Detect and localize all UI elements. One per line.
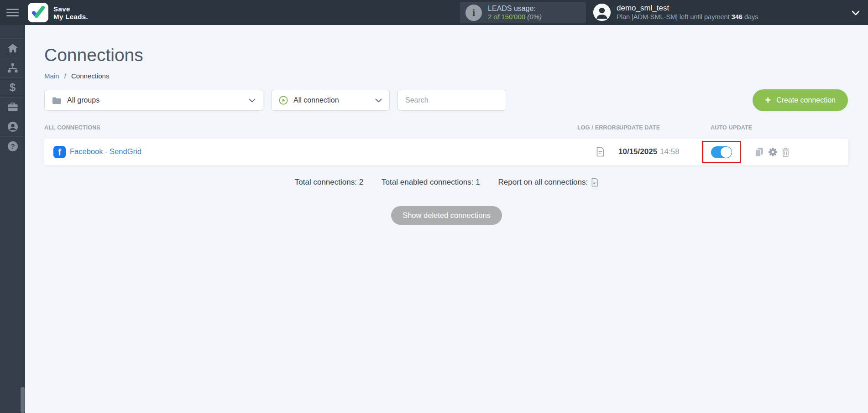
person-icon bbox=[7, 121, 18, 132]
summary-row: Total connections: 2 Total enabled conne… bbox=[25, 178, 868, 187]
help-icon: ? bbox=[7, 141, 18, 152]
user-plan: Plan |ADM-SML-SM| left until payment 346… bbox=[617, 13, 758, 21]
breadcrumb-current: Connections bbox=[71, 72, 109, 80]
leads-total: 150'000 bbox=[501, 13, 525, 21]
update-date: 10/15/202514:58 bbox=[618, 147, 680, 156]
search-input[interactable] bbox=[397, 90, 506, 111]
brand-logo[interactable] bbox=[28, 3, 48, 22]
dollar-icon: $ bbox=[10, 81, 16, 94]
user-account-menu[interactable]: demo_sml_test Plan |ADM-SML-SM| left unt… bbox=[593, 4, 758, 21]
days-left-value: 346 bbox=[732, 13, 743, 21]
play-circle-icon bbox=[279, 96, 288, 105]
create-connection-button[interactable]: + Create connection bbox=[753, 89, 848, 111]
svg-text:?: ? bbox=[10, 142, 15, 150]
connections-table-header: ALL CONNECTIONS LOG / ERRORS UPDATE DATE… bbox=[25, 124, 868, 131]
page-title: Connections bbox=[44, 45, 868, 65]
column-header-auto-update: AUTO UPDATE bbox=[711, 124, 752, 131]
filters-row: All groups All connection + Create conne… bbox=[44, 89, 848, 111]
left-sidebar: $ ? bbox=[0, 25, 25, 413]
sidebar-item-profile[interactable] bbox=[0, 117, 25, 136]
leads-usage-value: 2 of 150'000 (0%) bbox=[488, 13, 542, 21]
brand-name: Save My Leads. bbox=[53, 5, 88, 21]
avatar bbox=[593, 4, 611, 21]
sidebar-item-connections[interactable] bbox=[0, 58, 25, 77]
sidebar-item-help[interactable]: ? bbox=[0, 136, 25, 156]
trash-icon[interactable] bbox=[781, 147, 790, 159]
user-name: demo_sml_test bbox=[617, 4, 758, 13]
leads-usage-label: LEADS usage: bbox=[488, 4, 542, 13]
breadcrumb-main-link[interactable]: Main bbox=[44, 72, 59, 80]
folder-icon bbox=[52, 97, 62, 104]
info-icon: i bbox=[465, 5, 482, 21]
groups-dropdown-value: All groups bbox=[67, 96, 99, 104]
connection-dropdown-value: All connection bbox=[293, 96, 339, 104]
breadcrumb: Main / Connections bbox=[44, 72, 868, 80]
show-deleted-connections-button[interactable]: Show deleted connections bbox=[391, 206, 502, 225]
facebook-icon: f bbox=[53, 146, 66, 158]
briefcase-icon bbox=[7, 102, 18, 112]
leads-used: 2 bbox=[488, 13, 492, 21]
top-header: Save My Leads. i LEADS usage: 2 of 150'0… bbox=[0, 0, 868, 25]
gear-icon[interactable] bbox=[768, 147, 778, 159]
breadcrumb-separator: / bbox=[64, 72, 66, 80]
highlight-red-box bbox=[702, 141, 741, 163]
sidebar-item-services[interactable] bbox=[0, 97, 25, 117]
total-enabled-connections: Total enabled connections: 1 bbox=[382, 178, 480, 187]
copy-icon[interactable] bbox=[754, 147, 764, 159]
leads-usage-panel: i LEADS usage: 2 of 150'000 (0%) bbox=[460, 2, 586, 23]
log-document-icon[interactable] bbox=[596, 147, 604, 159]
report-document-icon[interactable] bbox=[591, 178, 598, 187]
main-content: Connections Main / Connections All group… bbox=[25, 0, 868, 225]
brand-line2: My Leads. bbox=[53, 13, 88, 21]
groups-dropdown[interactable]: All groups bbox=[44, 90, 263, 111]
checkmark-icon bbox=[31, 5, 46, 21]
column-header-log-errors: LOG / ERRORS bbox=[577, 124, 620, 131]
connection-row: f Facebook - SendGrid 10/15/202514:58 bbox=[44, 139, 848, 165]
menu-hamburger-icon[interactable] bbox=[6, 7, 20, 18]
sitemap-icon bbox=[7, 63, 18, 73]
toggle-knob bbox=[721, 147, 732, 158]
report-all-connections: Report on all connections: bbox=[498, 178, 599, 187]
chevron-down-icon bbox=[375, 98, 382, 103]
auto-update-toggle[interactable] bbox=[711, 146, 732, 158]
column-header-all-connections: ALL CONNECTIONS bbox=[44, 124, 100, 131]
sidebar-item-payments[interactable]: $ bbox=[0, 77, 25, 97]
chevron-down-icon[interactable] bbox=[852, 9, 860, 17]
sidebar-scrollbar-thumb[interactable] bbox=[21, 387, 25, 413]
brand-line1: Save bbox=[53, 5, 88, 13]
chevron-down-icon bbox=[249, 98, 256, 103]
connection-name-link[interactable]: Facebook - SendGrid bbox=[70, 147, 141, 156]
update-time: 14:58 bbox=[660, 147, 680, 156]
leads-percent: (0%) bbox=[527, 13, 542, 21]
connection-status-dropdown[interactable]: All connection bbox=[271, 90, 390, 111]
total-connections: Total connections: 2 bbox=[295, 178, 363, 187]
column-header-update-date: UPDATE DATE bbox=[619, 124, 660, 131]
leads-of: of bbox=[494, 13, 500, 21]
sidebar-item-home[interactable] bbox=[0, 38, 25, 58]
plus-icon: + bbox=[765, 95, 771, 105]
home-icon bbox=[7, 43, 18, 53]
